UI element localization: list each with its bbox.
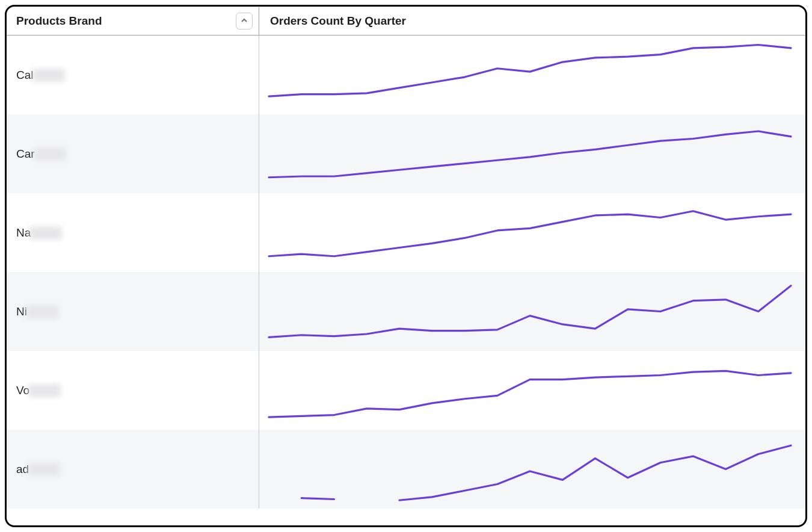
row-label-cell[interactable]: ad [7,430,259,509]
table-row: Na [7,193,805,272]
sparkline-chart [265,433,795,505]
table-header: Products Brand Orders Count By Quarter [7,7,805,36]
table-row: Cal [7,36,805,114]
sparkline-cell[interactable] [259,193,805,272]
table-row: ad [7,430,805,509]
row-label-cell[interactable]: Cal [7,36,259,114]
sparkline-cell[interactable] [259,430,805,509]
redacted-text [28,384,61,397]
redacted-text [32,69,65,82]
row-label-cell[interactable]: Vo [7,351,259,430]
table-row: Ni [7,272,805,351]
row-label-cell[interactable]: Na [7,193,259,272]
table-row: Car [7,114,805,193]
redacted-text [34,147,66,161]
row-label-cell[interactable]: Ni [7,272,259,351]
column-header-brand[interactable]: Products Brand [7,7,259,35]
sparkline-cell[interactable] [259,272,805,351]
sparkline-cell[interactable] [259,114,805,193]
column-header-orders[interactable]: Orders Count By Quarter [259,7,805,35]
sparkline-chart [265,39,795,111]
sparkline-chart [265,118,795,190]
brand-label: Cal [16,69,34,82]
sparkline-chart [265,197,795,268]
brand-label: Car [16,147,35,161]
report-frame: Products Brand Orders Count By Quarter C… [5,5,807,527]
redacted-text [29,226,62,240]
sparkline-cell[interactable] [259,351,805,430]
column-title-orders: Orders Count By Quarter [270,14,406,28]
column-title-brand: Products Brand [16,14,102,28]
sparkline-chart [265,354,795,426]
redacted-text [26,305,58,318]
sparkline-cell[interactable] [259,36,805,114]
table-body: Cal Car Na [7,36,805,509]
sparkline-chart [265,276,795,347]
sort-button[interactable] [236,13,253,29]
chevron-up-icon [241,16,248,26]
brand-label: ad [16,463,29,476]
row-label-cell[interactable]: Car [7,114,259,193]
brand-label: Vo [16,384,29,397]
brand-label: Na [16,226,31,240]
table-row: Vo [7,351,805,430]
redacted-text [28,463,60,476]
